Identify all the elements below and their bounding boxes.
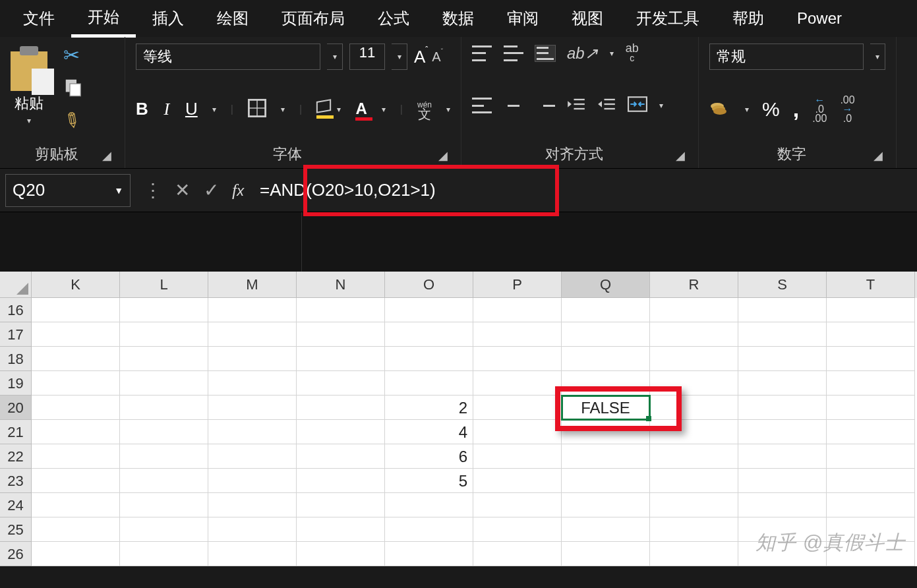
cell[interactable] xyxy=(208,396,297,420)
cell[interactable] xyxy=(473,420,562,444)
cell[interactable] xyxy=(738,420,827,444)
cell[interactable] xyxy=(473,298,562,322)
cell[interactable] xyxy=(385,542,473,566)
font-size-dropdown-icon[interactable]: ▾ xyxy=(392,44,407,70)
cell[interactable] xyxy=(297,347,385,371)
cell[interactable] xyxy=(208,493,297,517)
cell[interactable] xyxy=(738,493,827,517)
column-header[interactable]: R xyxy=(650,272,738,298)
tab-home[interactable]: 开始 xyxy=(71,0,136,38)
fill-color-icon[interactable] xyxy=(316,100,322,119)
cell[interactable] xyxy=(473,493,562,517)
cell[interactable] xyxy=(650,371,738,396)
cell[interactable] xyxy=(385,322,473,347)
cell[interactable] xyxy=(650,493,738,517)
column-header[interactable]: Q xyxy=(562,272,650,298)
column-header[interactable]: L xyxy=(120,272,208,298)
format-painter-icon[interactable]: ✎ xyxy=(59,107,88,137)
cell[interactable]: 4 xyxy=(385,420,473,444)
row-header[interactable]: 23 xyxy=(0,469,32,493)
cell[interactable] xyxy=(473,444,562,469)
cell[interactable] xyxy=(562,444,650,469)
accounting-format-icon[interactable] xyxy=(709,100,732,119)
tab-insert[interactable]: 插入 xyxy=(136,1,200,36)
cell[interactable] xyxy=(297,298,385,322)
cell[interactable] xyxy=(827,420,915,444)
paste-button[interactable]: 粘贴 ▾ xyxy=(11,51,47,125)
more-icon[interactable]: ⋮ xyxy=(138,179,167,201)
cell[interactable] xyxy=(562,322,650,347)
cell[interactable] xyxy=(827,396,915,420)
cell[interactable] xyxy=(650,420,738,444)
tab-formula[interactable]: 公式 xyxy=(361,1,426,36)
cell[interactable] xyxy=(32,322,120,347)
italic-button[interactable]: I xyxy=(163,100,171,119)
cell[interactable] xyxy=(385,298,473,322)
chevron-down-icon[interactable]: ▾ xyxy=(446,105,450,114)
align-bottom-icon[interactable] xyxy=(535,45,555,61)
chevron-down-icon[interactable]: ▾ xyxy=(610,49,614,58)
cell[interactable]: FALSE xyxy=(562,396,650,420)
cell[interactable] xyxy=(208,517,297,542)
column-header[interactable]: S xyxy=(738,272,827,298)
cell[interactable] xyxy=(827,469,915,493)
row-header[interactable]: 22 xyxy=(0,444,32,469)
increase-font-icon[interactable]: Aˆ xyxy=(414,47,425,67)
cell[interactable] xyxy=(650,517,738,542)
cell[interactable] xyxy=(827,322,915,347)
cell[interactable] xyxy=(208,469,297,493)
align-left-icon[interactable] xyxy=(472,98,492,113)
cell[interactable] xyxy=(32,444,120,469)
cell[interactable]: 6 xyxy=(385,444,473,469)
cell[interactable] xyxy=(32,493,120,517)
chevron-down-icon[interactable]: ▾ xyxy=(659,101,663,110)
cell[interactable] xyxy=(120,542,208,566)
cell[interactable] xyxy=(827,371,915,396)
cell[interactable] xyxy=(562,469,650,493)
percent-format-icon[interactable]: % xyxy=(762,98,780,121)
cell[interactable] xyxy=(208,298,297,322)
cell[interactable] xyxy=(827,347,915,371)
dialog-launcher-icon[interactable]: ◢ xyxy=(102,148,114,160)
column-header[interactable]: P xyxy=(473,272,562,298)
chevron-down-icon[interactable]: ▾ xyxy=(337,105,341,114)
row-header[interactable]: 21 xyxy=(0,420,32,444)
cell[interactable] xyxy=(32,517,120,542)
cell[interactable] xyxy=(297,444,385,469)
tab-review[interactable]: 审阅 xyxy=(490,1,555,36)
align-top-icon[interactable] xyxy=(472,45,492,61)
name-box[interactable]: Q20 ▼ xyxy=(5,174,131,207)
cell[interactable] xyxy=(208,444,297,469)
align-center-icon[interactable] xyxy=(504,98,523,113)
tab-file[interactable]: 文件 xyxy=(7,1,71,36)
font-color-icon[interactable]: A xyxy=(355,100,367,119)
bold-button[interactable]: B xyxy=(136,99,148,119)
cell[interactable] xyxy=(120,493,208,517)
row-header[interactable]: 20 xyxy=(0,396,32,420)
cell[interactable] xyxy=(385,347,473,371)
row-header[interactable]: 25 xyxy=(0,517,32,542)
cell[interactable] xyxy=(120,396,208,420)
dialog-launcher-icon[interactable]: ◢ xyxy=(676,148,688,160)
cell[interactable] xyxy=(32,347,120,371)
dialog-launcher-icon[interactable]: ◢ xyxy=(438,148,450,160)
cell[interactable] xyxy=(32,396,120,420)
cell[interactable] xyxy=(738,469,827,493)
tab-dev[interactable]: 开发工具 xyxy=(620,1,716,36)
cell[interactable] xyxy=(32,542,120,566)
cell[interactable] xyxy=(32,420,120,444)
font-name-dropdown-icon[interactable]: ▾ xyxy=(327,44,343,70)
cell[interactable] xyxy=(120,322,208,347)
cut-icon[interactable]: ✂ xyxy=(63,44,83,67)
cell[interactable] xyxy=(208,371,297,396)
chevron-down-icon[interactable]: ▾ xyxy=(382,105,386,114)
cell[interactable] xyxy=(827,444,915,469)
cell[interactable]: 2 xyxy=(385,396,473,420)
cell[interactable] xyxy=(208,322,297,347)
comma-format-icon[interactable]: , xyxy=(793,96,799,122)
cell[interactable] xyxy=(297,542,385,566)
cell[interactable] xyxy=(385,371,473,396)
cell[interactable] xyxy=(650,298,738,322)
cell[interactable] xyxy=(120,469,208,493)
number-format-select[interactable]: 常规 xyxy=(709,44,864,70)
